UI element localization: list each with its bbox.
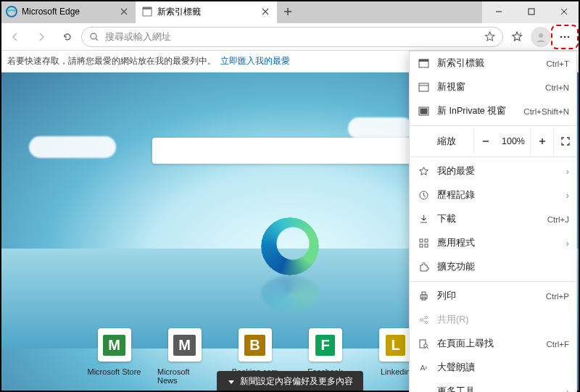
- forward-button[interactable]: [29, 26, 54, 48]
- minimize-button[interactable]: [482, 0, 515, 23]
- tab-active-newtab[interactable]: 新索引標籤: [136, 0, 277, 23]
- menu-label: 更多工具: [437, 385, 559, 392]
- svg-rect-10: [419, 59, 428, 62]
- app-menu: 新索引標籤 Ctrl+T 新視窗 Ctrl+N 新 InPrivate 視窗 C…: [409, 51, 577, 392]
- menu-zoom-row: 縮放 100%: [410, 128, 576, 154]
- menu-share: 共用(R): [410, 308, 576, 332]
- svg-point-24: [425, 321, 427, 323]
- menu-label: 新索引標籤: [437, 57, 539, 70]
- svg-point-26: [423, 344, 427, 348]
- cloud-decoration: [348, 117, 413, 139]
- menu-read-aloud[interactable]: 大聲朗讀: [410, 356, 576, 380]
- menu-label: 下載: [437, 213, 540, 225]
- download-icon: [417, 214, 430, 225]
- favorite-star-icon[interactable]: [484, 31, 495, 42]
- menu-new-tab[interactable]: 新索引標籤 Ctrl+T: [410, 51, 576, 75]
- quick-link-tile[interactable]: MMicrosoft Store: [87, 328, 141, 385]
- favorites-pin-button[interactable]: [505, 26, 529, 48]
- svg-rect-20: [422, 292, 426, 295]
- menu-separator: [410, 125, 576, 126]
- menu-apps[interactable]: 應用程式 ›: [410, 231, 576, 255]
- new-window-icon: [417, 82, 430, 93]
- find-icon: [417, 338, 430, 349]
- extensions-icon: [417, 262, 430, 272]
- search-icon: [89, 32, 99, 42]
- svg-point-6: [560, 36, 563, 38]
- tab-inactive-edge[interactable]: Microsoft Edge: [0, 0, 136, 23]
- chevron-right-icon: ›: [566, 238, 569, 249]
- menu-new-window[interactable]: 新視窗 Ctrl+N: [410, 75, 576, 99]
- menu-label: 應用程式: [437, 237, 559, 249]
- menu-label: 共用(R): [437, 314, 569, 326]
- tile-label: Microsoft Store: [88, 367, 141, 376]
- refresh-button[interactable]: [55, 26, 80, 48]
- svg-rect-18: [425, 244, 428, 247]
- menu-history[interactable]: 歷程記錄 ›: [410, 183, 576, 207]
- address-placeholder: 搜尋或輸入網址: [105, 30, 478, 43]
- cloud-decoration: [29, 136, 116, 158]
- svg-rect-15: [420, 239, 423, 242]
- menu-label: 大聲朗讀: [437, 362, 569, 374]
- back-button[interactable]: [3, 26, 28, 48]
- star-icon: [417, 166, 430, 177]
- import-favorites-link[interactable]: 立即匯入我的最愛: [220, 55, 290, 67]
- menu-downloads[interactable]: 下載 Ctrl+J: [410, 207, 576, 231]
- news-settings-bar[interactable]: 新聞設定內容偏好及更多內容: [217, 371, 363, 392]
- zoom-out-button[interactable]: [473, 128, 497, 154]
- edge-logo-icon: [261, 217, 319, 275]
- tab-title: 新索引標籤: [157, 6, 255, 18]
- menu-new-inprivate[interactable]: 新 InPrivate 視窗 Ctrl+Shift+N: [410, 99, 576, 123]
- profile-button[interactable]: [531, 27, 551, 47]
- tile-label: Linkedin: [381, 367, 410, 376]
- menu-find[interactable]: 在頁面上尋找 Ctrl+F: [410, 332, 576, 356]
- menu-label: 我的最愛: [437, 165, 559, 178]
- fullscreen-button[interactable]: [553, 128, 576, 154]
- menu-label: 擴充功能: [437, 261, 569, 273]
- menu-separator: [410, 281, 576, 282]
- ntp-search-box[interactable]: [152, 138, 428, 164]
- address-bar[interactable]: 搜尋或輸入網址: [81, 27, 503, 47]
- close-icon[interactable]: [260, 6, 271, 17]
- svg-rect-13: [420, 109, 427, 114]
- zoom-label: 縮放: [410, 135, 473, 148]
- menu-shortcut: Ctrl+F: [546, 340, 569, 349]
- menu-extensions[interactable]: 擴充功能: [410, 255, 576, 279]
- apps-icon: [417, 238, 430, 249]
- svg-point-4: [91, 33, 96, 39]
- svg-rect-16: [425, 239, 428, 242]
- more-menu-button[interactable]: [552, 26, 577, 48]
- menu-label: 新 InPrivate 視窗: [437, 105, 516, 117]
- title-bar: Microsoft Edge 新索引標籤: [0, 0, 580, 23]
- zoom-in-button[interactable]: [530, 128, 553, 154]
- new-tab-icon: [417, 58, 430, 69]
- zoom-value: 100%: [497, 136, 530, 146]
- history-icon: [417, 190, 430, 201]
- print-icon: [417, 291, 430, 301]
- menu-label: 歷程記錄: [437, 189, 559, 201]
- tab-title: Microsoft Edge: [22, 7, 114, 17]
- menu-shortcut: Ctrl+Shift+N: [523, 107, 569, 116]
- maximize-button[interactable]: [515, 0, 547, 23]
- svg-rect-3: [529, 9, 534, 14]
- menu-label: 新視窗: [437, 81, 538, 93]
- edge-icon: [6, 6, 17, 17]
- svg-point-7: [564, 36, 566, 38]
- tile-label: Microsoft News: [157, 367, 212, 385]
- news-bar-label: 新聞設定內容偏好及更多內容: [240, 375, 353, 388]
- close-icon[interactable]: [118, 6, 130, 17]
- svg-rect-2: [143, 7, 152, 9]
- logo-reflection: [261, 275, 319, 312]
- close-window-button[interactable]: [547, 0, 580, 23]
- share-icon: [417, 314, 430, 325]
- quick-link-tile[interactable]: MMicrosoft News: [157, 328, 212, 385]
- svg-rect-11: [419, 83, 428, 91]
- chevron-right-icon: ›: [566, 167, 569, 177]
- menu-favorites[interactable]: 我的最愛 ›: [410, 159, 576, 183]
- svg-point-8: [568, 36, 570, 38]
- menu-separator: [410, 157, 576, 157]
- new-tab-button[interactable]: [277, 0, 299, 23]
- inprivate-icon: [417, 106, 430, 117]
- menu-print[interactable]: 列印 Ctrl+P: [410, 284, 576, 308]
- menu-more-tools[interactable]: 更多工具 ›: [410, 380, 576, 392]
- chevron-right-icon: ›: [566, 191, 569, 201]
